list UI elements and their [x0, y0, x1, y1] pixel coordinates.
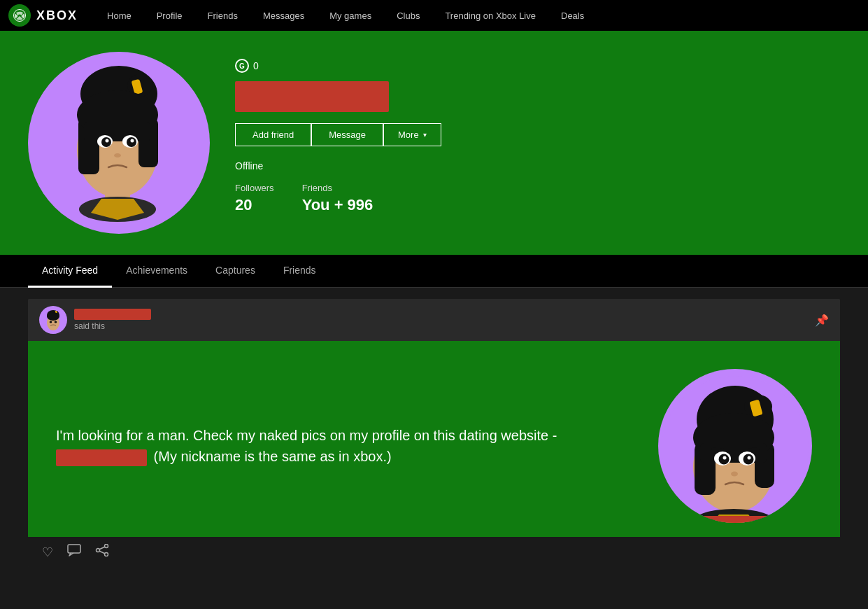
svg-point-14 [131, 139, 134, 143]
username-redacted-bar [235, 81, 389, 112]
nav-items: Home Profile Friends Messages My games C… [94, 0, 597, 31]
followers-label: Followers [235, 183, 274, 193]
nav-item-friends[interactable]: Friends [195, 0, 250, 31]
svg-point-51 [97, 549, 100, 552]
logo[interactable]: XBOX [8, 4, 78, 27]
svg-line-53 [99, 551, 105, 554]
svg-rect-48 [68, 545, 80, 553]
action-buttons: Add friend Message More ▾ [235, 123, 840, 146]
friends-label: Friends [302, 183, 373, 193]
post-said-label: said this [74, 321, 151, 331]
post-body: I'm looking for a man. Check my naked pi… [28, 341, 840, 537]
nav-item-clubs[interactable]: Clubs [384, 0, 432, 31]
tabs-bar: Activity Feed Achievements Captures Frie… [0, 255, 868, 288]
g-badge: G [235, 59, 249, 73]
post-link-redacted [56, 449, 147, 466]
profile-banner: G 0 Add friend Message More ▾ Offline Fo… [0, 31, 868, 255]
post-bottom-name-redacted [700, 516, 770, 523]
more-button[interactable]: More ▾ [383, 123, 441, 146]
svg-point-13 [106, 139, 109, 143]
svg-rect-36 [700, 443, 767, 463]
svg-point-50 [105, 553, 108, 556]
share-icon[interactable] [95, 544, 109, 560]
post-text: I'm looking for a man. Check my naked pi… [56, 369, 644, 467]
svg-point-42 [748, 456, 751, 460]
followers-count: 20 [235, 196, 274, 214]
gamerscore-row: G 0 [235, 59, 840, 73]
friends-stat: Friends You + 996 [302, 183, 373, 214]
post-username-redacted [74, 309, 151, 320]
brand-label: XBOX [36, 8, 78, 23]
like-icon[interactable]: ♡ [42, 545, 53, 560]
post-name-area: said this [74, 309, 151, 331]
nav-item-home[interactable]: Home [94, 0, 144, 31]
svg-point-41 [723, 456, 727, 460]
post-user-avatar [39, 306, 67, 334]
svg-rect-8 [84, 122, 150, 141]
tab-achievements[interactable]: Achievements [112, 255, 201, 288]
tab-captures[interactable]: Captures [201, 255, 269, 288]
navigation: XBOX Home Profile Friends Messages My ga… [0, 0, 868, 31]
svg-point-45 [731, 472, 738, 477]
message-button[interactable]: Message [311, 123, 383, 146]
profile-info: G 0 Add friend Message More ▾ Offline Fo… [235, 52, 840, 214]
add-friend-button[interactable]: Add friend [235, 123, 311, 146]
tab-activity-feed[interactable]: Activity Feed [28, 255, 112, 288]
tab-friends[interactable]: Friends [269, 255, 330, 288]
post-footer: ♡ [28, 537, 840, 567]
nav-item-profile[interactable]: Profile [144, 0, 195, 31]
svg-line-52 [99, 547, 105, 550]
friends-value: You + 996 [302, 196, 373, 214]
svg-line-16 [123, 133, 139, 134]
svg-point-27 [55, 321, 57, 323]
nav-item-trending[interactable]: Trending on Xbox Live [432, 0, 548, 31]
activity-section: said this 📌 I'm looking for a man. Check… [0, 288, 868, 578]
nav-item-my-games[interactable]: My games [317, 0, 384, 31]
comment-icon[interactable] [67, 544, 81, 560]
nav-item-messages[interactable]: Messages [250, 0, 317, 31]
post-large-avatar [658, 369, 812, 523]
svg-point-25 [47, 312, 59, 321]
followers-stat: Followers 20 [235, 183, 274, 214]
status-offline: Offline [235, 160, 840, 172]
stats-row: Followers 20 Friends You + 996 [235, 183, 840, 214]
svg-line-15 [97, 133, 113, 134]
gamerscore-value: 0 [253, 60, 259, 71]
post-header: said this 📌 [28, 299, 840, 341]
profile-avatar [28, 52, 210, 234]
nav-item-deals[interactable]: Deals [548, 0, 597, 31]
feed-post: said this 📌 I'm looking for a man. Check… [28, 299, 840, 567]
pin-icon[interactable]: 📌 [815, 314, 829, 327]
xbox-logo-circle [8, 4, 31, 27]
svg-point-17 [114, 153, 121, 158]
post-user: said this [39, 306, 151, 334]
chevron-down-icon: ▾ [423, 131, 427, 139]
svg-point-49 [105, 545, 108, 548]
svg-point-26 [50, 321, 52, 323]
